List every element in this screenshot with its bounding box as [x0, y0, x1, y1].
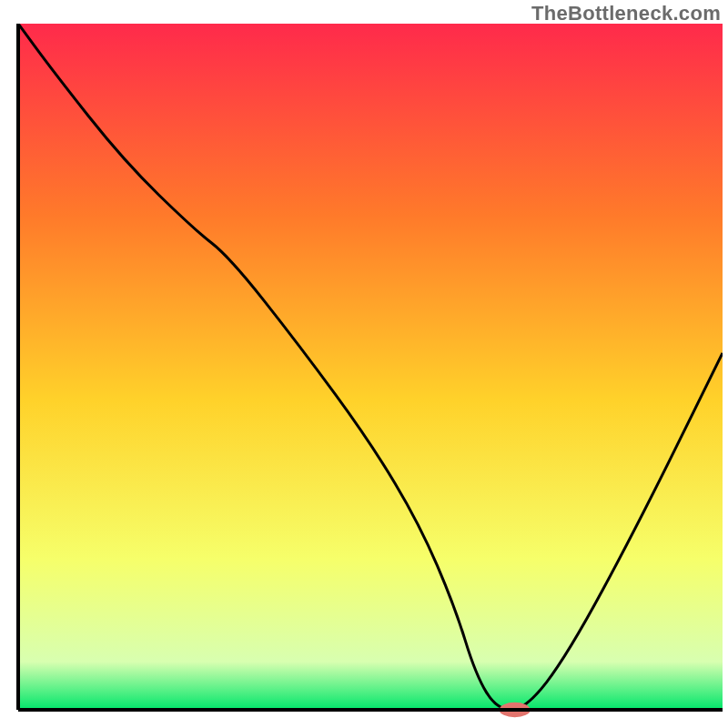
watermark-text: TheBottleneck.com [531, 2, 721, 25]
bottleneck-chart-svg [0, 0, 728, 728]
plot-background [18, 24, 723, 710]
chart-stage: TheBottleneck.com [0, 0, 728, 728]
